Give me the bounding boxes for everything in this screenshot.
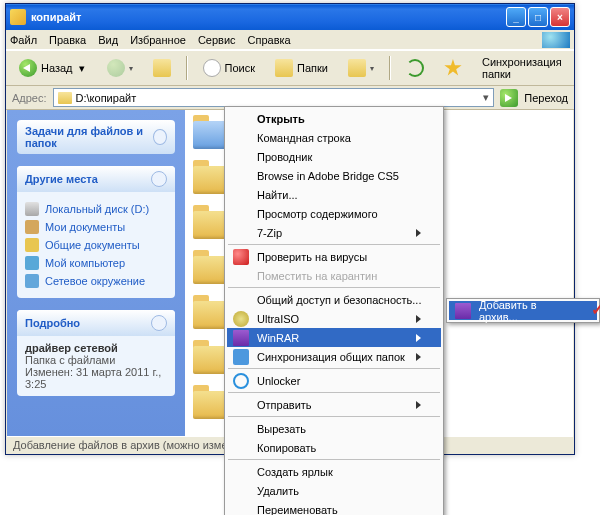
details-header[interactable]: Подробно: [17, 310, 175, 336]
blank-icon: [233, 483, 249, 499]
context-item[interactable]: Общий доступ и безопасность...: [227, 290, 441, 309]
menu-edit[interactable]: Правка: [49, 34, 86, 46]
shared-icon: [25, 238, 39, 252]
context-item[interactable]: Отправить: [227, 395, 441, 414]
menu-help[interactable]: Справка: [248, 34, 291, 46]
sync-button[interactable]: Синхронизация папки: [475, 55, 569, 81]
context-item[interactable]: Удалить: [227, 481, 441, 500]
up-button[interactable]: [146, 55, 178, 81]
rar-icon: [455, 303, 471, 319]
context-item[interactable]: Проверить на вирусы: [227, 247, 441, 266]
refresh-button[interactable]: [399, 55, 431, 81]
details-name: драйвер сетевой: [25, 342, 167, 354]
folder-icon: [58, 92, 72, 104]
blank-icon: [233, 421, 249, 437]
submenu-arrow-icon: [416, 315, 421, 323]
blank-icon: [233, 187, 249, 203]
context-menu: ОткрытьКомандная строкаПроводникBrowse i…: [224, 106, 444, 515]
computer-icon: [25, 256, 39, 270]
context-item[interactable]: WinRAR: [227, 328, 441, 347]
chevron-icon: [151, 315, 167, 331]
place-mydocs[interactable]: Мои документы: [25, 220, 167, 234]
context-item[interactable]: Проводник: [227, 147, 441, 166]
details-panel: Подробно драйвер сетевой Папка с файлами…: [17, 310, 175, 396]
refresh-icon: [406, 59, 424, 77]
place-shared[interactable]: Общие документы: [25, 238, 167, 252]
blank-icon: [233, 206, 249, 222]
address-value: D:\копирайт: [76, 92, 137, 104]
disk-icon: [25, 202, 39, 216]
context-item[interactable]: 7-Zip: [227, 223, 441, 242]
tasks-pane: Задачи для файлов и папок Другие места Л…: [7, 110, 185, 436]
place-computer[interactable]: Мой компьютер: [25, 256, 167, 270]
menubar: Файл Правка Вид Избранное Сервис Справка: [6, 30, 574, 50]
go-button[interactable]: [500, 89, 518, 107]
submenu-arrow-icon: [416, 334, 421, 342]
address-label: Адрес:: [12, 92, 47, 104]
submenu-arrow-icon: [416, 401, 421, 409]
details-type: Папка с файлами: [25, 354, 167, 366]
search-icon: [203, 59, 221, 77]
blank-icon: [233, 502, 249, 516]
window-title: копирайт: [31, 11, 506, 23]
menu-tools[interactable]: Сервис: [198, 34, 236, 46]
tasks-header[interactable]: Задачи для файлов и папок: [17, 120, 175, 154]
forward-button[interactable]: ▾: [100, 55, 140, 81]
close-button[interactable]: ×: [550, 7, 570, 27]
blank-icon: [233, 111, 249, 127]
rar-icon: [233, 330, 249, 346]
up-icon: [153, 59, 171, 77]
context-item[interactable]: Переименовать: [227, 500, 441, 515]
places-header[interactable]: Другие места: [17, 166, 175, 192]
place-network[interactable]: Сетевое окружение: [25, 274, 167, 288]
tasks-panel: Задачи для файлов и папок: [17, 120, 175, 154]
place-disk[interactable]: Локальный диск (D:): [25, 202, 167, 216]
blank-icon: [233, 268, 249, 284]
kav-icon: [233, 249, 249, 265]
places-panel: Другие места Локальный диск (D:) Мои док…: [17, 166, 175, 298]
folder-icon: [10, 9, 26, 25]
context-item[interactable]: Вырезать: [227, 419, 441, 438]
menu-file[interactable]: Файл: [10, 34, 37, 46]
context-item[interactable]: Копировать: [227, 438, 441, 457]
context-item[interactable]: Создать ярлык: [227, 462, 441, 481]
network-icon: [25, 274, 39, 288]
docs-icon: [25, 220, 39, 234]
blank-icon: [233, 292, 249, 308]
chevron-icon: [153, 129, 167, 145]
details-modified: Изменен: 31 марта 2011 г., 3:25: [25, 366, 167, 390]
chevron-icon: [151, 171, 167, 187]
context-item[interactable]: Синхронизация общих папок: [227, 347, 441, 366]
context-item[interactable]: Просмотр содержимого: [227, 204, 441, 223]
blank-icon: [233, 464, 249, 480]
maximize-button[interactable]: □: [528, 7, 548, 27]
titlebar[interactable]: копирайт _ □ ×: [6, 4, 574, 30]
submenu-add-to-archive[interactable]: Добавить в архив...: [449, 301, 597, 320]
back-icon: [19, 59, 37, 77]
menu-favorites[interactable]: Избранное: [130, 34, 186, 46]
annotation-checkmark: ✓: [591, 300, 600, 319]
view-button[interactable]: ▾: [341, 55, 381, 81]
blank-icon: [233, 130, 249, 146]
minimize-button[interactable]: _: [506, 7, 526, 27]
favorite-button[interactable]: [437, 55, 469, 81]
address-input[interactable]: D:\копирайт ▾: [53, 88, 495, 107]
blank-icon: [233, 397, 249, 413]
submenu-arrow-icon: [416, 353, 421, 361]
ui-icon: [233, 311, 249, 327]
context-item[interactable]: Открыть: [227, 109, 441, 128]
back-button[interactable]: Назад▾: [12, 55, 94, 81]
context-item[interactable]: Найти...: [227, 185, 441, 204]
unl-icon: [233, 373, 249, 389]
folders-button[interactable]: Папки: [268, 55, 335, 81]
context-item[interactable]: Unlocker: [227, 371, 441, 390]
menu-view[interactable]: Вид: [98, 34, 118, 46]
context-item[interactable]: Командная строка: [227, 128, 441, 147]
views-icon: [348, 59, 366, 77]
search-button[interactable]: Поиск: [196, 55, 262, 81]
context-item[interactable]: UltraISO: [227, 309, 441, 328]
go-label[interactable]: Переход: [524, 92, 568, 104]
winrar-submenu: Добавить в архив...: [446, 298, 600, 323]
blank-icon: [233, 149, 249, 165]
context-item[interactable]: Browse in Adobe Bridge CS5: [227, 166, 441, 185]
